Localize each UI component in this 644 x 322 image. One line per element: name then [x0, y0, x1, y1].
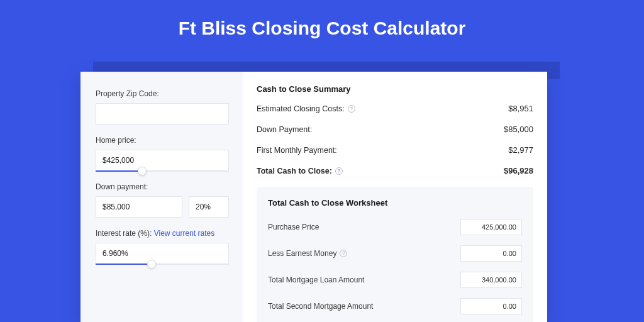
worksheet-row: Less Earnest Money ?	[268, 245, 522, 262]
est-costs-value: $8,951	[508, 104, 533, 113]
ws-label-loan: Total Mortgage Loan Amount	[268, 275, 364, 284]
help-icon[interactable]: ?	[335, 167, 343, 175]
worksheet-card: Total Cash to Close Worksheet Purchase P…	[257, 187, 533, 322]
first-payment-label: First Monthly Payment:	[257, 146, 337, 155]
slider-thumb[interactable]	[138, 167, 147, 175]
worksheet-row: Total Mortgage Loan Amount	[268, 272, 522, 288]
interest-rate-input[interactable]	[96, 243, 229, 264]
down-payment-label: Down payment:	[96, 182, 229, 191]
down-payment-field: Down payment:	[96, 182, 229, 218]
view-rates-link[interactable]: View current rates	[154, 229, 215, 238]
down-payment-input[interactable]	[96, 196, 182, 218]
down-payment-pct-input[interactable]	[189, 196, 229, 218]
ws-input-earnest[interactable]	[460, 245, 522, 262]
summary-row-first-payment: First Monthly Payment: $2,977	[257, 145, 533, 155]
results-panel: Cash to Close Summary Estimated Closing …	[243, 72, 547, 322]
down-payment-summary-value: $85,000	[504, 125, 533, 134]
home-price-label: Home price:	[96, 136, 229, 145]
summary-heading: Cash to Close Summary	[257, 84, 533, 94]
home-price-slider[interactable]	[96, 150, 229, 171]
ws-label-purchase: Purchase Price	[268, 223, 319, 231]
slider-thumb[interactable]	[147, 260, 156, 269]
zip-input[interactable]	[96, 103, 229, 125]
worksheet-row: Purchase Price	[268, 219, 522, 235]
slider-fill	[96, 264, 152, 265]
calculator-panel: Property Zip Code: Home price: Down paym…	[80, 72, 547, 322]
help-icon[interactable]: ?	[348, 105, 355, 113]
worksheet-heading: Total Cash to Close Worksheet	[268, 198, 522, 208]
home-price-input[interactable]	[96, 150, 229, 171]
total-cash-label: Total Cash to Close:	[257, 167, 332, 175]
down-payment-summary-label: Down Payment:	[257, 125, 312, 134]
help-icon[interactable]: ?	[340, 250, 347, 257]
home-price-field: Home price:	[96, 136, 229, 171]
summary-row-total: Total Cash to Close: ? $96,928	[257, 166, 533, 175]
ws-label-second: Total Second Mortgage Amount	[268, 302, 373, 311]
worksheet-row: Total Second Mortgage Amount	[268, 298, 522, 314]
interest-label-text: Interest rate (%):	[96, 229, 154, 238]
input-sidebar: Property Zip Code: Home price: Down paym…	[80, 72, 243, 322]
summary-row-down-payment: Down Payment: $85,000	[257, 125, 533, 134]
zip-field: Property Zip Code:	[96, 89, 229, 125]
interest-slider[interactable]	[96, 243, 229, 264]
ws-input-second[interactable]	[460, 298, 522, 314]
est-costs-label: Estimated Closing Costs:	[257, 104, 345, 113]
zip-label: Property Zip Code:	[96, 89, 229, 98]
total-cash-value: $96,928	[504, 166, 533, 175]
ws-input-purchase[interactable]	[460, 219, 522, 235]
ws-label-earnest: Less Earnest Money	[268, 249, 336, 258]
slider-fill	[96, 170, 142, 172]
first-payment-value: $2,977	[508, 145, 533, 155]
ws-input-loan[interactable]	[460, 272, 522, 288]
page-title: Ft Bliss Closing Cost Calculator	[0, 0, 644, 53]
interest-rate-field: Interest rate (%): View current rates	[96, 229, 229, 264]
summary-row-est-costs: Estimated Closing Costs: ? $8,951	[257, 104, 533, 113]
interest-rate-label: Interest rate (%): View current rates	[96, 229, 229, 238]
